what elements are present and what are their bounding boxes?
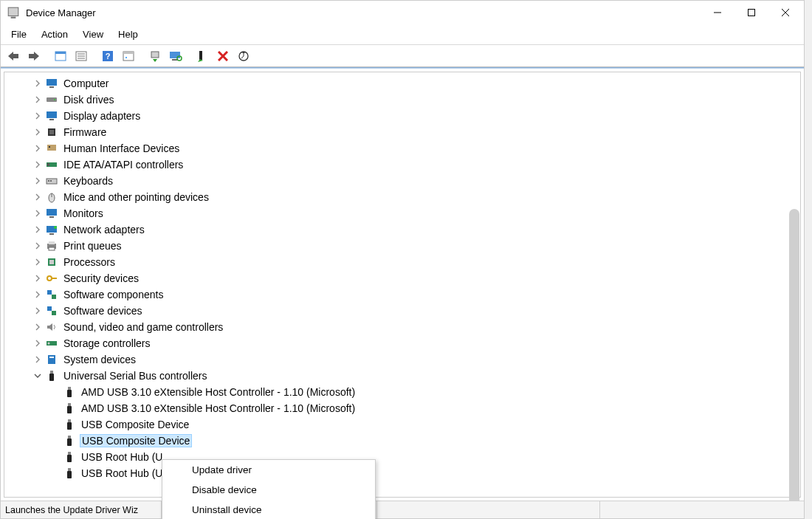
tree-category[interactable]: Print queues: [4, 238, 800, 254]
enable-device-button[interactable]: [193, 47, 212, 65]
tree-category[interactable]: Sound, video and game controllers: [4, 319, 800, 335]
tree-category[interactable]: Computer: [4, 75, 800, 92]
tree-device[interactable]: AMD USB 3.10 eXtensible Host Controller …: [4, 400, 800, 416]
tree-category[interactable]: System devices: [4, 351, 800, 368]
expand-icon[interactable]: [32, 289, 43, 300]
svg-rect-66: [68, 403, 71, 406]
category-label: Disk drives: [62, 94, 115, 106]
menu-view[interactable]: View: [75, 26, 111, 43]
collapse-icon[interactable]: [32, 371, 43, 381]
expand-icon[interactable]: [32, 192, 43, 202]
category-label: Computer: [62, 78, 110, 89]
svg-rect-38: [48, 180, 49, 182]
svg-rect-7: [29, 54, 35, 58]
context-menu-item[interactable]: Update driver: [162, 460, 375, 480]
svg-rect-39: [50, 180, 52, 182]
tree-category[interactable]: Disk drives: [4, 92, 800, 108]
svg-point-28: [54, 99, 55, 100]
expand-icon[interactable]: [32, 257, 43, 267]
forward-button[interactable]: [24, 47, 44, 65]
scan-changes-button[interactable]: [234, 47, 253, 65]
svg-rect-48: [49, 241, 55, 244]
svg-rect-61: [49, 357, 54, 358]
tree-category[interactable]: IDE ATA/ATAPI controllers: [4, 157, 800, 173]
context-menu-item[interactable]: Disable device: [162, 480, 375, 500]
tree-device[interactable]: USB Composite Device: [4, 416, 800, 433]
tree-category[interactable]: Software components: [4, 286, 800, 303]
menu-file[interactable]: File: [4, 26, 34, 43]
expand-icon[interactable]: [32, 127, 43, 137]
device-tree[interactable]: ComputerDisk drivesDisplay adaptersFirmw…: [4, 72, 801, 498]
tree-device[interactable]: USB Composite Device: [4, 433, 800, 449]
menu-action[interactable]: Action: [34, 26, 75, 43]
tree-category[interactable]: Security devices: [4, 270, 800, 286]
device-label: USB Root Hub (U: [80, 467, 164, 479]
tree-category[interactable]: Mice and other pointing devices: [4, 189, 800, 205]
context-menu: Update driverDisable deviceUninstall dev…: [162, 459, 376, 519]
expand-icon[interactable]: [32, 224, 43, 235]
minimize-button[interactable]: [701, 1, 734, 24]
help-button[interactable]: ?: [98, 47, 117, 65]
category-label: Universal Serial Bus controllers: [62, 370, 209, 382]
scan-hardware-button[interactable]: [166, 47, 185, 65]
maximize-button[interactable]: [734, 1, 768, 24]
expand-icon[interactable]: [32, 176, 43, 186]
usb-icon: [63, 435, 75, 447]
tree-category[interactable]: Software devices: [4, 303, 800, 319]
menu-help[interactable]: Help: [111, 26, 145, 43]
device-icon: [46, 321, 58, 333]
scrollbar-thumb[interactable]: [789, 209, 799, 501]
tree-category[interactable]: Storage controllers: [4, 335, 800, 351]
tree-category[interactable]: Network adapters: [4, 221, 800, 238]
expand-icon[interactable]: [32, 338, 43, 348]
svg-rect-71: [67, 439, 72, 446]
expand-icon[interactable]: [32, 111, 43, 121]
device-icon: [46, 256, 58, 268]
expand-icon[interactable]: [32, 78, 43, 89]
uninstall-device-button[interactable]: [213, 47, 233, 65]
app-icon: [7, 6, 20, 19]
tree-category[interactable]: Human Interface Devices: [4, 140, 800, 157]
expand-icon[interactable]: [32, 354, 43, 365]
svg-text:?: ?: [106, 52, 111, 61]
tree-category[interactable]: Display adapters: [4, 108, 800, 124]
show-hidden-button[interactable]: [51, 47, 70, 65]
expand-icon[interactable]: [32, 159, 43, 170]
expand-icon[interactable]: [32, 306, 43, 316]
window-title: Device Manager: [26, 7, 96, 18]
update-driver-button[interactable]: [145, 47, 165, 65]
close-button[interactable]: [768, 1, 802, 24]
expand-icon[interactable]: [32, 273, 43, 283]
tree-device[interactable]: USB Root Hub (U: [4, 465, 800, 481]
tree-device[interactable]: USB Root Hub (U: [4, 449, 800, 465]
menu-bar: File Action View Help: [1, 24, 804, 45]
category-label: Monitors: [62, 207, 105, 219]
device-label: AMD USB 3.10 eXtensible Host Controller …: [80, 402, 357, 414]
expand-icon[interactable]: [32, 322, 43, 332]
expand-icon[interactable]: [32, 94, 43, 105]
tree-category[interactable]: Processors: [4, 254, 800, 270]
category-label: Software devices: [62, 305, 144, 317]
expand-icon[interactable]: [32, 208, 43, 219]
category-label: Software components: [62, 289, 165, 300]
tree-category[interactable]: Keyboards: [4, 173, 800, 189]
tree-category-usb[interactable]: Universal Serial Bus controllers: [4, 368, 800, 384]
tree-category[interactable]: Firmware: [4, 124, 800, 140]
svg-rect-34: [49, 146, 50, 148]
back-button[interactable]: [4, 47, 23, 65]
title-bar[interactable]: Device Manager: [1, 1, 804, 24]
svg-rect-36: [47, 163, 49, 166]
property-pages-button[interactable]: [119, 47, 138, 65]
expand-icon[interactable]: [32, 143, 43, 154]
tree-category[interactable]: Monitors: [4, 205, 800, 221]
expand-icon[interactable]: [32, 241, 43, 251]
context-menu-item[interactable]: Uninstall device: [162, 500, 375, 519]
properties-button[interactable]: [72, 47, 91, 65]
device-label: USB Composite Device: [80, 434, 192, 447]
tree-device[interactable]: AMD USB 3.10 eXtensible Host Controller …: [4, 384, 800, 400]
svg-rect-73: [67, 455, 72, 462]
device-label: USB Composite Device: [80, 419, 190, 430]
svg-rect-6: [13, 54, 18, 58]
category-label: Sound, video and game controllers: [62, 321, 224, 333]
device-icon: [46, 159, 58, 171]
